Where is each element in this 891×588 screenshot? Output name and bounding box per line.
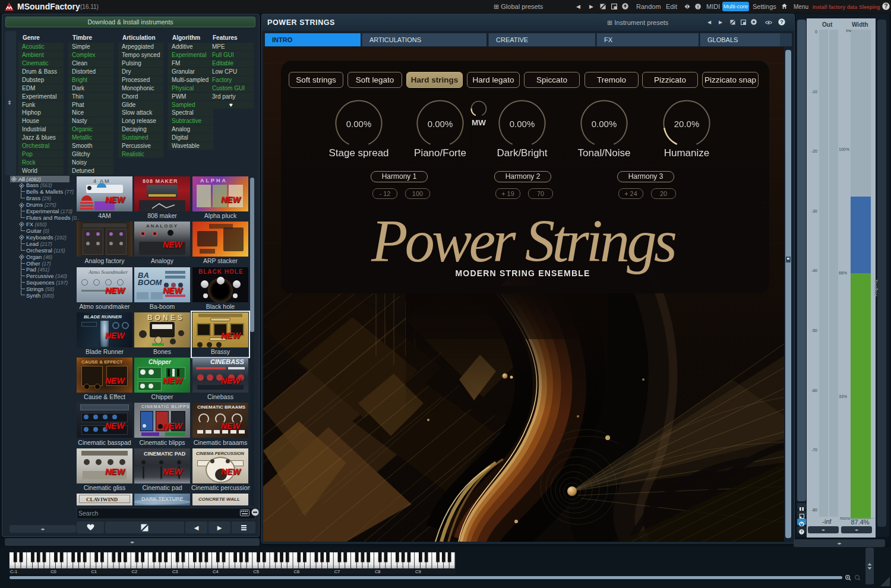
- svg-text:C9: C9: [415, 569, 421, 574]
- svg-text:C7: C7: [334, 569, 340, 574]
- svg-text:C0: C0: [50, 569, 56, 574]
- svg-text:?: ?: [801, 530, 803, 534]
- svg-text:C-1: C-1: [10, 569, 17, 574]
- svg-text:C3: C3: [172, 569, 178, 574]
- svg-text:C1: C1: [91, 569, 97, 574]
- svg-text:C8: C8: [375, 569, 381, 574]
- svg-text:Power Strings: Power Strings: [371, 208, 676, 274]
- svg-text:?: ?: [884, 3, 887, 10]
- svg-text:C6: C6: [294, 569, 300, 574]
- svg-text:C5: C5: [253, 569, 259, 574]
- svg-text:!: !: [697, 4, 699, 10]
- svg-text:?: ?: [780, 19, 783, 25]
- svg-text:C2: C2: [132, 569, 138, 574]
- svg-text:C4: C4: [213, 569, 219, 574]
